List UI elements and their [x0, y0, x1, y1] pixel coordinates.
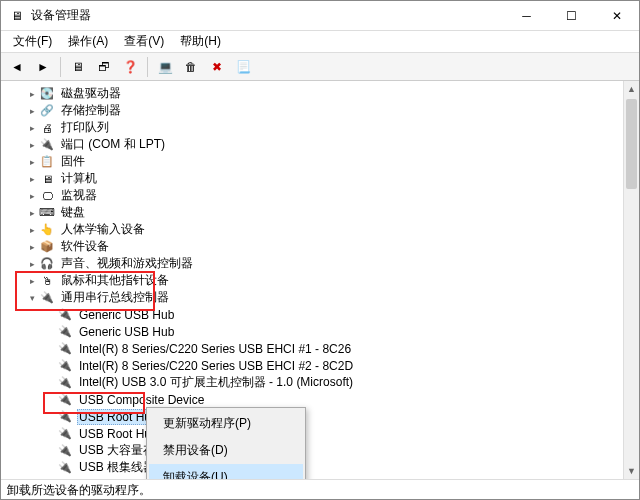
tree-row[interactable]: 🔌USB Composite Device	[3, 391, 639, 408]
expand-arrow-icon[interactable]: ▸	[25, 172, 39, 186]
device-icon: 🔌	[57, 426, 73, 442]
nav-back-button[interactable]: ◄	[5, 55, 29, 79]
close-button[interactable]: ✕	[594, 1, 639, 30]
tree-item-label[interactable]: 存储控制器	[59, 102, 123, 119]
tree-item-label[interactable]: Generic USB Hub	[77, 325, 176, 339]
device-icon: 🔌	[57, 409, 73, 425]
tree-item-label[interactable]: 键盘	[59, 204, 87, 221]
ctx-uninstall-device[interactable]: 卸载设备(U)	[149, 464, 303, 479]
menu-view[interactable]: 查看(V)	[116, 31, 172, 52]
computer-icon: 🖥	[72, 60, 84, 74]
expand-arrow-icon[interactable]: ▸	[25, 206, 39, 220]
expand-arrow-icon[interactable]: ▸	[25, 138, 39, 152]
scan-button[interactable]: 💻	[153, 55, 177, 79]
status-bar: 卸载所选设备的驱动程序。	[1, 479, 639, 499]
expand-arrow-icon[interactable]: ▾	[25, 291, 39, 305]
tree-row[interactable]: 🔌Intel(R) 8 Series/C220 Series USB EHCI …	[3, 340, 639, 357]
expand-arrow-icon[interactable]: ▸	[25, 104, 39, 118]
tree-item-label[interactable]: 监视器	[59, 187, 99, 204]
tree-row[interactable]: ▸💽磁盘驱动器	[3, 85, 639, 102]
tree-row[interactable]: ▸🖵监视器	[3, 187, 639, 204]
arrow-placeholder	[43, 410, 57, 424]
menu-file[interactable]: 文件(F)	[5, 31, 60, 52]
expand-arrow-icon[interactable]: ▸	[25, 189, 39, 203]
tree-row[interactable]: 🔌Intel(R) USB 3.0 可扩展主机控制器 - 1.0 (Micros…	[3, 374, 639, 391]
expand-arrow-icon[interactable]: ▸	[25, 121, 39, 135]
tree-row[interactable]: 🔌Intel(R) 8 Series/C220 Series USB EHCI …	[3, 357, 639, 374]
device-tree: ▸💽磁盘驱动器▸🔗存储控制器▸🖨打印队列▸🔌端口 (COM 和 LPT)▸📋固件…	[3, 85, 639, 476]
context-menu: 更新驱动程序(P) 禁用设备(D) 卸载设备(U) 扫描检测硬件改动(A) 属性…	[146, 407, 306, 479]
ctx-disable-device[interactable]: 禁用设备(D)	[149, 437, 303, 464]
tree-item-label[interactable]: 通用串行总线控制器	[59, 289, 171, 306]
menu-action[interactable]: 操作(A)	[60, 31, 116, 52]
ctx-update-driver[interactable]: 更新驱动程序(P)	[149, 410, 303, 437]
tree-row[interactable]: ▸🎧声音、视频和游戏控制器	[3, 255, 639, 272]
scroll-up-arrow[interactable]: ▲	[624, 81, 639, 97]
expand-arrow-icon[interactable]: ▸	[25, 240, 39, 254]
tree-row[interactable]: ▸📦软件设备	[3, 238, 639, 255]
tree-row[interactable]: ▾🔌通用串行总线控制器	[3, 289, 639, 306]
toolbar-separator	[60, 57, 61, 77]
tree-row[interactable]: 🔌Generic USB Hub	[3, 323, 639, 340]
device-icon: 🔌	[57, 392, 73, 408]
uninstall-icon: 🗑	[185, 60, 197, 74]
expand-arrow-icon[interactable]: ▸	[25, 87, 39, 101]
device-icon: 🔌	[57, 443, 73, 459]
scroll-thumb[interactable]	[626, 99, 637, 189]
tree-row[interactable]: 🔌USB Root Hub	[3, 408, 639, 425]
tree-item-label[interactable]: Intel(R) USB 3.0 可扩展主机控制器 - 1.0 (Microso…	[77, 374, 355, 391]
vertical-scrollbar[interactable]: ▲ ▼	[623, 81, 639, 479]
window-controls: ─ ☐ ✕	[504, 1, 639, 30]
menu-help[interactable]: 帮助(H)	[172, 31, 229, 52]
tree-row[interactable]: ▸👆人体学输入设备	[3, 221, 639, 238]
device-icon: 🔌	[57, 307, 73, 323]
scroll-down-arrow[interactable]: ▼	[624, 463, 639, 479]
device-icon: 📋	[39, 154, 55, 170]
expand-arrow-icon[interactable]: ▸	[25, 155, 39, 169]
tree-row[interactable]: ▸⌨键盘	[3, 204, 639, 221]
tree-item-label[interactable]: 鼠标和其他指针设备	[59, 272, 171, 289]
tree-row[interactable]: ▸🖥计算机	[3, 170, 639, 187]
tree-item-label[interactable]: 端口 (COM 和 LPT)	[59, 136, 167, 153]
help-button[interactable]: ❓	[118, 55, 142, 79]
tree-item-label[interactable]: 计算机	[59, 170, 99, 187]
nav-forward-button[interactable]: ►	[31, 55, 55, 79]
tree-item-label[interactable]: 打印队列	[59, 119, 111, 136]
arrow-placeholder	[43, 376, 57, 390]
tree-item-label[interactable]: 磁盘驱动器	[59, 85, 123, 102]
tree-row[interactable]: 🔌USB Root Hub	[3, 425, 639, 442]
view-button[interactable]: 🗗	[92, 55, 116, 79]
minimize-button[interactable]: ─	[504, 1, 549, 30]
tree-item-label[interactable]: 软件设备	[59, 238, 111, 255]
uninstall-button[interactable]: 🗑	[179, 55, 203, 79]
properties-button[interactable]: 📃	[231, 55, 255, 79]
tree-item-label[interactable]: USB Composite Device	[77, 393, 206, 407]
remove-button[interactable]: ✖	[205, 55, 229, 79]
tree-item-label[interactable]: Intel(R) 8 Series/C220 Series USB EHCI #…	[77, 342, 353, 356]
tree-row[interactable]: ▸📋固件	[3, 153, 639, 170]
tree-row[interactable]: ▸🖱鼠标和其他指针设备	[3, 272, 639, 289]
computer-button[interactable]: 🖥	[66, 55, 90, 79]
tree-row[interactable]: 🔌Generic USB Hub	[3, 306, 639, 323]
tree-row[interactable]: ▸🖨打印队列	[3, 119, 639, 136]
tree-item-label[interactable]: 人体学输入设备	[59, 221, 147, 238]
tree-row[interactable]: ▸🔗存储控制器	[3, 102, 639, 119]
expand-arrow-icon[interactable]: ▸	[25, 223, 39, 237]
remove-icon: ✖	[212, 60, 222, 74]
tree-row[interactable]: ▸🔌端口 (COM 和 LPT)	[3, 136, 639, 153]
maximize-button[interactable]: ☐	[549, 1, 594, 30]
expand-arrow-icon[interactable]: ▸	[25, 257, 39, 271]
tree-item-label[interactable]: 固件	[59, 153, 87, 170]
arrow-placeholder	[43, 342, 57, 356]
view-icon: 🗗	[98, 60, 110, 74]
expand-arrow-icon[interactable]: ▸	[25, 274, 39, 288]
tree-item-label[interactable]: Generic USB Hub	[77, 308, 176, 322]
tree-item-label[interactable]: Intel(R) 8 Series/C220 Series USB EHCI #…	[77, 359, 355, 373]
tree-row[interactable]: 🔌USB 大容量存储设备	[3, 442, 639, 459]
tree-row[interactable]: 🔌USB 根集线器(USB 3.0)	[3, 459, 639, 476]
device-icon: 🖥	[39, 171, 55, 187]
properties-icon: 📃	[236, 60, 251, 74]
device-icon: 📦	[39, 239, 55, 255]
tree-item-label[interactable]: 声音、视频和游戏控制器	[59, 255, 195, 272]
tree-view[interactable]: ▸💽磁盘驱动器▸🔗存储控制器▸🖨打印队列▸🔌端口 (COM 和 LPT)▸📋固件…	[1, 81, 639, 479]
